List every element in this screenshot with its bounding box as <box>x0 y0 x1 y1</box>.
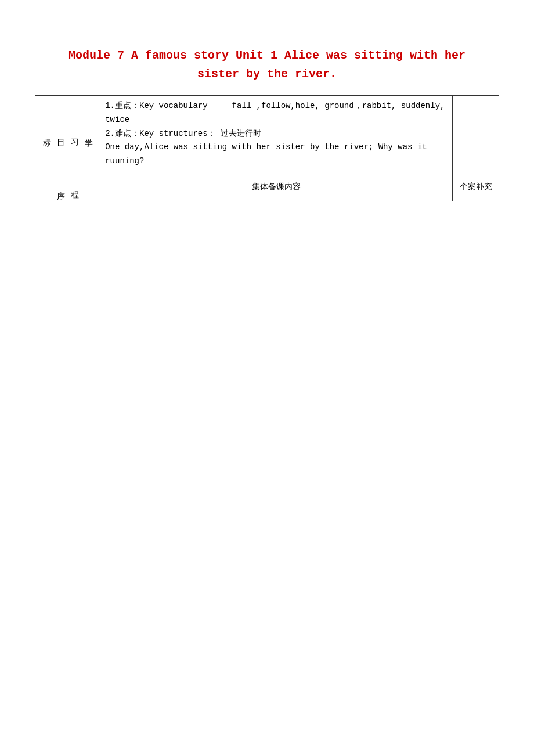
main-table: 学习目标 1.重点：Key vocabulary ___ fall ,follo… <box>35 95 499 201</box>
individual-supplement-text: 个案补充 <box>460 182 492 191</box>
table-row-procedure: 程序 集体备课内容 个案补充 <box>35 172 499 201</box>
collective-content: 集体备课内容 <box>100 172 453 201</box>
table-row-objectives: 学习目标 1.重点：Key vocabulary ___ fall ,follo… <box>35 96 499 172</box>
procedure-label: 程序 <box>35 172 100 201</box>
objectives-line3: One day,Alice was sitting with her siste… <box>105 141 448 168</box>
collective-content-text: 集体备课内容 <box>252 182 301 191</box>
page-title: Module 7 A famous story Unit 1 Alice was… <box>35 46 499 84</box>
objectives-label: 学习目标 <box>35 96 100 172</box>
objectives-content: 1.重点：Key vocabulary ___ fall ,follow,hol… <box>100 96 453 172</box>
title-line2: sister by the river. <box>35 65 499 84</box>
individual-supplement: 个案补充 <box>453 172 499 201</box>
title-line1: Module 7 A famous story Unit 1 Alice was… <box>35 46 499 65</box>
objectives-line1: 1.重点：Key vocabulary ___ fall ,follow,hol… <box>105 99 448 127</box>
objectives-line2: 2.难点：Key structures： 过去进行时 <box>105 127 448 141</box>
